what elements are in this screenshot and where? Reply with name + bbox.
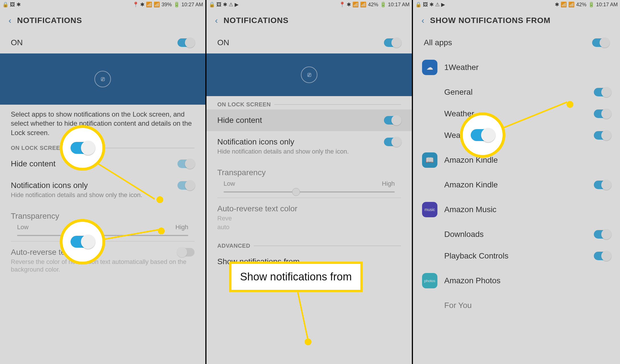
hide-content-toggle[interactable] (177, 160, 195, 168)
slider-thumb[interactable] (292, 188, 300, 196)
all-apps-label: All apps (424, 38, 452, 47)
auto-reverse-label: Auto-reverse text color (217, 204, 297, 213)
callout-toggle-zoom-3 (460, 112, 505, 158)
app-row-kindle[interactable]: 📖 Amazon Kindle (413, 146, 620, 174)
master-toggle-row[interactable]: ON (206, 32, 412, 53)
transparency-header: Transparency (0, 205, 205, 222)
battery-pct: 42% (576, 2, 586, 8)
back-button[interactable]: ‹ (215, 16, 218, 25)
icons-only-row[interactable]: Notification icons only Hide notificatio… (0, 175, 205, 205)
icons-only-toggle[interactable] (384, 138, 401, 146)
channel-downloads[interactable]: Downloads (413, 224, 620, 245)
callout-box-show-from: Show notifications from (229, 262, 363, 292)
channel-weather-tips-toggle[interactable] (594, 131, 611, 140)
on-label: ON (11, 38, 23, 47)
app-icon-kindle: 📖 (422, 152, 437, 168)
slider-track[interactable] (224, 191, 395, 193)
status-right-icons: 📍 ✱ 📶 📶 (133, 1, 160, 8)
master-toggle-row[interactable]: ON (0, 32, 205, 53)
app-row-1weather[interactable]: ☁ 1Weather (413, 53, 620, 81)
back-button[interactable]: ‹ (9, 16, 11, 25)
transparency-slider[interactable]: Low High (206, 179, 412, 198)
callout-dot-2 (158, 228, 165, 234)
hide-content-toggle[interactable] (384, 116, 401, 125)
channel-for-you[interactable]: For You (413, 295, 620, 316)
status-left-icons: 🔒 🖼 ✱ ⚠ ▶ (209, 1, 239, 8)
icons-only-row[interactable]: Notification icons only Hide notificatio… (206, 131, 412, 162)
zoom-toggle-icon-3 (471, 129, 495, 141)
all-apps-row[interactable]: All apps (413, 32, 620, 53)
status-right-icons: 📍 ✱ 📶 📶 (339, 1, 366, 8)
section-advanced: ADVANCED (206, 237, 412, 251)
app-header: ‹ SHOW NOTIFICATIONS FROM (413, 9, 620, 32)
clock: 10:17 AM (596, 2, 618, 8)
hide-content-row[interactable]: Hide content (206, 109, 412, 131)
channel-playback[interactable]: Playback Controls (413, 245, 620, 267)
icons-only-label: Notification icons only (217, 137, 294, 146)
battery-icon: 🔋 (380, 1, 386, 8)
app-row-photos[interactable]: photos Amazon Photos (413, 267, 620, 295)
icons-only-toggle[interactable] (177, 181, 195, 190)
channel-kindle-toggle[interactable] (594, 181, 611, 189)
app-row-music[interactable]: music Amazon Music (413, 196, 620, 224)
page-title: NOTIFICATIONS (17, 16, 82, 25)
app-icon-music: music (422, 202, 437, 217)
channel-kindle[interactable]: Amazon Kindle (413, 174, 620, 196)
hero-settings-icon: ⎚ (94, 71, 111, 87)
back-button[interactable]: ‹ (421, 16, 424, 25)
app-icon-1weather: ☁ (422, 60, 437, 75)
status-bar: 🔒 🖼 ✱ ⚠ ▶ ✱ 📶 📶 42% 🔋 10:17 AM (413, 0, 620, 9)
auto-reverse-toggle (177, 248, 195, 257)
callout-dot-3 (305, 338, 311, 345)
callout-dot-1 (156, 196, 163, 203)
channel-playback-toggle[interactable] (594, 252, 611, 260)
app-icon-photos: photos (422, 273, 437, 288)
hide-content-label: Hide content (11, 159, 55, 168)
battery-pct: 42% (368, 2, 378, 8)
hide-content-label: Hide content (217, 116, 262, 125)
status-right-icons: ✱ 📶 📶 (555, 1, 574, 8)
channel-weather-toggle[interactable] (594, 109, 611, 118)
transparency-header: Transparency (206, 162, 412, 179)
phone-show-notifications-from: 🔒 🖼 ✱ ⚠ ▶ ✱ 📶 📶 42% 🔋 10:17 AM ‹ SHOW NO… (413, 0, 620, 364)
battery-pct: 39% (162, 2, 172, 8)
callout-toggle-zoom-2 (60, 219, 105, 264)
phone-notifications-2: 🔒 🖼 ✱ ⚠ ▶ 📍 ✱ 📶 📶 42% 🔋 10:17 AM ‹ NOTIF… (206, 0, 413, 364)
app-header: ‹ NOTIFICATIONS (206, 9, 412, 32)
master-toggle[interactable] (177, 38, 195, 47)
auto-reverse-row: Auto-reverse text color Reve auto (206, 198, 412, 237)
status-bar: 🔒 🖼 ✱ ⚠ ▶ 📍 ✱ 📶 📶 42% 🔋 10:17 AM (206, 0, 412, 9)
zoom-toggle-icon-2 (71, 236, 94, 248)
icons-only-subtext: Hide notification details and show only … (217, 148, 401, 156)
hero-settings-icon: ⎚ (301, 67, 317, 83)
callout-line-3 (297, 291, 309, 341)
status-left-icons: 🔒 🖼 ✱ ⚠ ▶ (415, 1, 445, 8)
callout-toggle-zoom-1 (60, 125, 105, 171)
page-title: SHOW NOTIFICATIONS FROM (430, 16, 551, 25)
screen-description: Select apps to show notifications on the… (0, 105, 205, 140)
icons-only-subtext: Hide notification details and show only … (11, 191, 195, 199)
master-toggle[interactable] (384, 38, 401, 47)
phone-notifications-1: 🔒 🖼 ✱ 📍 ✱ 📶 📶 39% 🔋 10:27 AM ‹ NOTIFICAT… (0, 0, 206, 364)
zoom-toggle-icon (71, 142, 94, 154)
channel-weather-tips[interactable]: Weather Tips (413, 125, 620, 146)
callout-dot-4 (567, 101, 573, 108)
clock: 10:17 AM (388, 2, 410, 8)
channel-downloads-toggle[interactable] (594, 230, 611, 239)
icons-only-label: Notification icons only (11, 181, 88, 190)
status-bar: 🔒 🖼 ✱ 📍 ✱ 📶 📶 39% 🔋 10:27 AM (0, 0, 205, 9)
page-title: NOTIFICATIONS (224, 16, 289, 25)
auto-reverse-subtext: Reverse the color of notification text a… (11, 258, 195, 274)
hero-banner: ⎚ (0, 53, 205, 105)
section-on-lock-screen: ON LOCK SCREEN (206, 96, 412, 109)
hero-banner: ⎚ (206, 53, 412, 96)
on-label: ON (217, 38, 229, 47)
channel-general[interactable]: General (413, 81, 620, 103)
channel-general-toggle[interactable] (594, 88, 611, 96)
battery-icon: 🔋 (588, 1, 594, 8)
status-left-icons: 🔒 🖼 ✱ (2, 1, 21, 8)
all-apps-toggle[interactable] (592, 38, 609, 47)
clock: 10:27 AM (181, 2, 203, 8)
app-header: ‹ NOTIFICATIONS (0, 9, 205, 32)
battery-icon: 🔋 (173, 1, 180, 8)
